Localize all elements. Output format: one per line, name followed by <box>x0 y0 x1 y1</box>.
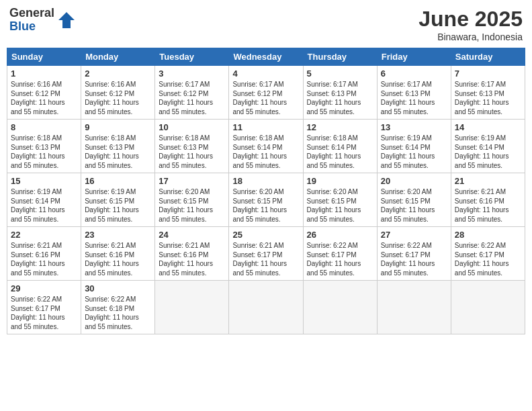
day-number: 8 <box>11 122 77 132</box>
calendar-cell: 9Sunrise: 6:18 AMSunset: 6:13 PMDaylight… <box>81 120 155 173</box>
calendar-week-2: 8Sunrise: 6:18 AMSunset: 6:13 PMDaylight… <box>7 120 525 173</box>
calendar-cell: 10Sunrise: 6:18 AMSunset: 6:13 PMDayligh… <box>155 120 229 173</box>
calendar-cell: 16Sunrise: 6:19 AMSunset: 6:15 PMDayligh… <box>81 173 155 227</box>
day-info: Sunrise: 6:18 AMSunset: 6:14 PMDaylight:… <box>307 134 373 170</box>
calendar-cell: 29Sunrise: 6:22 AMSunset: 6:17 PMDayligh… <box>7 281 81 334</box>
logo-blue: Blue <box>9 20 54 34</box>
day-info: Sunrise: 6:17 AMSunset: 6:13 PMDaylight:… <box>381 80 447 116</box>
page-header: General Blue June 2025 Binawara, Indones… <box>7 7 525 42</box>
day-number: 14 <box>455 122 521 132</box>
day-number: 20 <box>381 176 447 186</box>
day-number: 7 <box>455 68 521 79</box>
day-number: 23 <box>85 230 151 240</box>
day-info: Sunrise: 6:16 AMSunset: 6:12 PMDaylight:… <box>11 80 77 116</box>
day-info: Sunrise: 6:18 AMSunset: 6:14 PMDaylight:… <box>232 134 299 170</box>
logo-general: General <box>9 7 54 20</box>
day-info: Sunrise: 6:22 AMSunset: 6:17 PMDaylight:… <box>307 241 373 277</box>
day-info: Sunrise: 6:17 AMSunset: 6:13 PMDaylight:… <box>307 80 373 116</box>
day-number: 3 <box>159 68 225 79</box>
calendar-week-5: 29Sunrise: 6:22 AMSunset: 6:17 PMDayligh… <box>7 281 525 334</box>
calendar-cell: 1Sunrise: 6:16 AMSunset: 6:12 PMDaylight… <box>7 66 81 120</box>
day-number: 11 <box>232 122 299 132</box>
day-info: Sunrise: 6:21 AMSunset: 6:16 PMDaylight:… <box>455 187 521 224</box>
calendar-cell: 21Sunrise: 6:21 AMSunset: 6:16 PMDayligh… <box>451 173 525 227</box>
calendar: SundayMondayTuesdayWednesdayThursdayFrid… <box>7 48 525 334</box>
calendar-cell: 23Sunrise: 6:21 AMSunset: 6:16 PMDayligh… <box>81 227 155 281</box>
header-saturday: Saturday <box>451 48 525 66</box>
calendar-cell: 27Sunrise: 6:22 AMSunset: 6:17 PMDayligh… <box>377 227 451 281</box>
day-info: Sunrise: 6:19 AMSunset: 6:15 PMDaylight:… <box>85 187 151 224</box>
day-info: Sunrise: 6:21 AMSunset: 6:16 PMDaylight:… <box>11 241 77 277</box>
logo-icon <box>57 11 76 30</box>
calendar-cell: 3Sunrise: 6:17 AMSunset: 6:12 PMDaylight… <box>155 66 229 120</box>
day-number: 27 <box>381 230 447 240</box>
calendar-cell <box>377 281 451 334</box>
day-number: 25 <box>232 230 299 240</box>
day-number: 5 <box>307 68 373 79</box>
day-info: Sunrise: 6:22 AMSunset: 6:18 PMDaylight:… <box>85 295 151 331</box>
day-info: Sunrise: 6:20 AMSunset: 6:15 PMDaylight:… <box>381 187 447 224</box>
calendar-cell: 13Sunrise: 6:19 AMSunset: 6:14 PMDayligh… <box>377 120 451 173</box>
day-number: 15 <box>11 176 77 186</box>
day-info: Sunrise: 6:20 AMSunset: 6:15 PMDaylight:… <box>307 187 373 224</box>
day-number: 18 <box>232 176 299 186</box>
calendar-week-3: 15Sunrise: 6:19 AMSunset: 6:14 PMDayligh… <box>7 173 525 227</box>
calendar-cell: 11Sunrise: 6:18 AMSunset: 6:14 PMDayligh… <box>229 120 303 173</box>
calendar-cell: 12Sunrise: 6:18 AMSunset: 6:14 PMDayligh… <box>303 120 377 173</box>
calendar-week-1: 1Sunrise: 6:16 AMSunset: 6:12 PMDaylight… <box>7 66 525 120</box>
day-number: 16 <box>85 176 151 186</box>
day-info: Sunrise: 6:18 AMSunset: 6:13 PMDaylight:… <box>11 134 77 170</box>
day-number: 6 <box>381 68 447 79</box>
header-monday: Monday <box>81 48 155 66</box>
day-number: 29 <box>11 283 77 293</box>
title-block: June 2025 Binawara, Indonesia <box>418 7 523 42</box>
day-info: Sunrise: 6:19 AMSunset: 6:14 PMDaylight:… <box>11 187 77 224</box>
day-info: Sunrise: 6:21 AMSunset: 6:16 PMDaylight:… <box>159 241 225 277</box>
day-number: 10 <box>159 122 225 132</box>
calendar-cell: 2Sunrise: 6:16 AMSunset: 6:12 PMDaylight… <box>81 66 155 120</box>
day-number: 30 <box>85 283 151 293</box>
day-info: Sunrise: 6:22 AMSunset: 6:17 PMDaylight:… <box>11 295 77 331</box>
calendar-cell: 20Sunrise: 6:20 AMSunset: 6:15 PMDayligh… <box>377 173 451 227</box>
header-tuesday: Tuesday <box>155 48 229 66</box>
day-info: Sunrise: 6:17 AMSunset: 6:13 PMDaylight:… <box>455 80 521 116</box>
day-number: 24 <box>159 230 225 240</box>
calendar-cell: 30Sunrise: 6:22 AMSunset: 6:18 PMDayligh… <box>81 281 155 334</box>
day-info: Sunrise: 6:21 AMSunset: 6:16 PMDaylight:… <box>85 241 151 277</box>
day-info: Sunrise: 6:17 AMSunset: 6:12 PMDaylight:… <box>232 80 299 116</box>
day-number: 2 <box>85 68 151 79</box>
calendar-cell: 4Sunrise: 6:17 AMSunset: 6:12 PMDaylight… <box>229 66 303 120</box>
day-number: 17 <box>159 176 225 186</box>
day-number: 4 <box>232 68 299 79</box>
calendar-cell: 6Sunrise: 6:17 AMSunset: 6:13 PMDaylight… <box>377 66 451 120</box>
day-info: Sunrise: 6:19 AMSunset: 6:14 PMDaylight:… <box>381 134 447 170</box>
calendar-cell: 28Sunrise: 6:22 AMSunset: 6:17 PMDayligh… <box>451 227 525 281</box>
calendar-cell: 14Sunrise: 6:19 AMSunset: 6:14 PMDayligh… <box>451 120 525 173</box>
day-info: Sunrise: 6:16 AMSunset: 6:12 PMDaylight:… <box>85 80 151 116</box>
svg-marker-0 <box>58 12 75 28</box>
day-number: 22 <box>11 230 77 240</box>
day-info: Sunrise: 6:17 AMSunset: 6:12 PMDaylight:… <box>159 80 225 116</box>
calendar-cell <box>155 281 229 334</box>
calendar-cell: 25Sunrise: 6:21 AMSunset: 6:17 PMDayligh… <box>229 227 303 281</box>
day-number: 19 <box>307 176 373 186</box>
day-number: 21 <box>455 176 521 186</box>
calendar-cell: 18Sunrise: 6:20 AMSunset: 6:15 PMDayligh… <box>229 173 303 227</box>
calendar-header-row: SundayMondayTuesdayWednesdayThursdayFrid… <box>7 48 525 66</box>
day-info: Sunrise: 6:21 AMSunset: 6:17 PMDaylight:… <box>232 241 299 277</box>
day-info: Sunrise: 6:18 AMSunset: 6:13 PMDaylight:… <box>159 134 225 170</box>
calendar-cell: 22Sunrise: 6:21 AMSunset: 6:16 PMDayligh… <box>7 227 81 281</box>
location: Binawara, Indonesia <box>418 32 523 42</box>
header-wednesday: Wednesday <box>229 48 303 66</box>
day-number: 9 <box>85 122 151 132</box>
day-number: 13 <box>381 122 447 132</box>
day-info: Sunrise: 6:22 AMSunset: 6:17 PMDaylight:… <box>381 241 447 277</box>
calendar-cell <box>451 281 525 334</box>
calendar-cell: 8Sunrise: 6:18 AMSunset: 6:13 PMDaylight… <box>7 120 81 173</box>
header-sunday: Sunday <box>7 48 81 66</box>
day-info: Sunrise: 6:20 AMSunset: 6:15 PMDaylight:… <box>232 187 299 224</box>
calendar-week-4: 22Sunrise: 6:21 AMSunset: 6:16 PMDayligh… <box>7 227 525 281</box>
day-info: Sunrise: 6:19 AMSunset: 6:14 PMDaylight:… <box>455 134 521 170</box>
calendar-cell: 15Sunrise: 6:19 AMSunset: 6:14 PMDayligh… <box>7 173 81 227</box>
calendar-cell: 7Sunrise: 6:17 AMSunset: 6:13 PMDaylight… <box>451 66 525 120</box>
